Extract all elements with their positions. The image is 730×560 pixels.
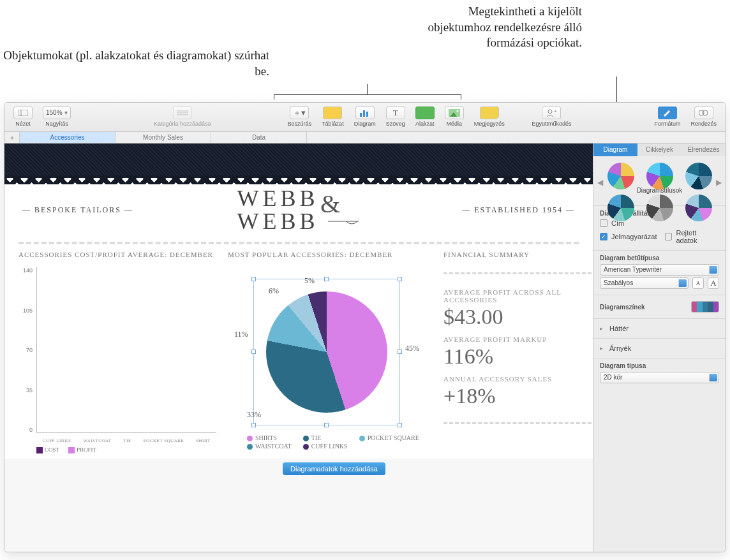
chart-button[interactable]: Diagram (350, 105, 380, 128)
svg-rect-6 (363, 110, 365, 117)
format-button[interactable]: Formátum (650, 105, 684, 128)
add-sheet-button[interactable]: ＋ (4, 132, 20, 143)
svg-rect-7 (366, 112, 368, 117)
font-family-select[interactable]: American Typewriter (600, 264, 719, 276)
chart-colors-button[interactable] (691, 301, 719, 313)
metric-2-value: 116% (443, 344, 593, 369)
chart-colors-label: Diagramszínek (600, 304, 687, 311)
app-window: Nézet 150%▾ Nagyítás Kategória hozzáadás… (4, 102, 726, 552)
add-category-button[interactable]: Kategória hozzáadása (150, 105, 215, 128)
text-icon: T (386, 107, 405, 119)
bar-chart-title: ACCESSORIES COST/PROFIT AVERAGE: DECEMBE… (19, 251, 216, 258)
chart-style-6[interactable] (685, 195, 712, 221)
callout-insert: Objektumokat (pl. alakzatokat és diagram… (1, 48, 269, 79)
pie-chart[interactable]: 45% 33% 11% 6% 5% SHIRTS TIE POCKET SQUA… (228, 261, 432, 452)
checkbox-legend[interactable]: ✓ (600, 233, 607, 240)
label-legend: Jelmagyarázat (611, 233, 657, 240)
metric-2-label: AVERAGE PROFIT MARKUP (443, 335, 593, 343)
callout-format: Megtekintheti a kijelölt objektumhoz ren… (403, 4, 582, 51)
comment-button[interactable]: Megjegyzés (470, 105, 509, 128)
svg-text:&: & (320, 191, 344, 218)
insert-button[interactable]: ＋▾ Beszúrás (284, 105, 316, 128)
svg-text:+: + (554, 109, 557, 114)
shape-icon (415, 107, 435, 119)
chart-style-1[interactable] (607, 163, 634, 189)
table-icon (323, 107, 342, 119)
checkbox-hidden-data[interactable] (665, 233, 673, 240)
tagline-left: — BESPOKE TAILORS — (22, 205, 133, 215)
metric-3-label: ANNUAL ACCESSORY SALES (443, 375, 593, 383)
font-size-decrease[interactable]: A (692, 277, 704, 289)
tab-monthly-sales[interactable]: Monthly Sales (115, 132, 211, 143)
chart-type-label: Diagram típusa (600, 362, 719, 369)
shape-button[interactable]: Alakzat (412, 105, 438, 128)
plus-icon: ＋▾ (290, 107, 309, 119)
svg-rect-0 (18, 110, 28, 116)
ampersand-needle-icon: & (320, 191, 359, 229)
sort-icon (694, 107, 713, 119)
label-hidden-data: Rejtett adatok (676, 229, 719, 244)
view-icon (13, 107, 33, 119)
zoom-value: 150% (46, 109, 63, 116)
chart-style-4[interactable] (607, 195, 634, 221)
inspector-tab-wedges[interactable]: Cikkelyek (637, 144, 682, 156)
metric-1-value: $43.00 (443, 305, 593, 329)
canvas[interactable]: — BESPOKE TAILORS — WEBB WEBB & (4, 144, 593, 552)
list-icon (173, 107, 192, 119)
divider (19, 242, 579, 244)
bar-chart-panel: ACCESSORIES COST/PROFIT AVERAGE: DECEMBE… (19, 251, 216, 452)
collaborate-button[interactable]: + Együttműködés (528, 105, 575, 128)
add-chart-data-button[interactable]: Diagramadatok hozzáadása (283, 462, 385, 475)
inspector-tab-layout[interactable]: Elrendezés (682, 144, 726, 156)
chart-type-select[interactable]: 2D kör (600, 372, 719, 383)
header-banner (4, 144, 593, 178)
summary-title: FINANCIAL SUMMARY (443, 251, 593, 258)
sort-button[interactable]: Rendezés (687, 105, 720, 128)
font-size-increase[interactable]: A (708, 277, 719, 289)
brush-icon (658, 107, 677, 119)
pie-chart-panel: MOST POPULAR ACCESSORIES: DECEMBER 45% 3… (228, 251, 432, 452)
chart-style-2[interactable] (646, 163, 673, 189)
inspector-tab-diagram[interactable]: Diagram (593, 144, 637, 156)
tab-accessories[interactable]: Accessories (20, 132, 115, 143)
help-callouts: Objektumokat (pl. alakzatokat és diagram… (0, 0, 730, 102)
chart-style-5[interactable] (646, 195, 673, 221)
tab-data[interactable]: Data (211, 132, 307, 143)
sheet-tabs: ＋ Accessories Monthly Sales Data (4, 132, 726, 144)
pie-chart-title: MOST POPULAR ACCESSORIES: DECEMBER (228, 251, 432, 258)
svg-rect-5 (360, 113, 362, 117)
pie-graphic (266, 291, 387, 413)
shadow-disclosure[interactable]: ▸Árnyék (600, 344, 719, 352)
bar-chart[interactable]: 14010570350 CUFF LINKSWAISTCOATTIEPOCKET… (19, 261, 216, 452)
chart-icon (355, 107, 375, 119)
media-button[interactable]: Média (441, 105, 468, 128)
person-add-icon: + (542, 107, 561, 119)
inspector-tabs: Diagram Cikkelyek Elrendezés (593, 144, 726, 156)
toolbar: Nézet 150%▾ Nagyítás Kategória hozzáadás… (4, 103, 726, 132)
svg-point-10 (456, 110, 458, 112)
svg-point-14 (703, 110, 708, 115)
chart-font-label: Diagram betűtípusa (600, 254, 719, 262)
metric-1-label: AVERAGE PROFIT ACROSS ALL ACCESSORIES (443, 288, 593, 304)
table-button[interactable]: Táblázat (318, 105, 348, 128)
zoom-dropdown[interactable]: 150%▾ Nagyítás (39, 105, 75, 128)
svg-point-11 (548, 110, 552, 114)
financial-summary: FINANCIAL SUMMARY AVERAGE PROFIT ACROSS … (443, 251, 593, 452)
font-weight-select[interactable]: Szabályos (600, 277, 689, 289)
bar-legend: COST PROFIT (36, 446, 96, 453)
metric-3-value: +18% (443, 384, 593, 408)
format-inspector: Diagram Cikkelyek Elrendezés ◀▶ Diagrams… (593, 144, 726, 552)
chart-styles-grid (593, 156, 726, 224)
background-disclosure[interactable]: ▸Háttér (600, 325, 719, 332)
tagline-right: — ESTABLISHED 1954 — (462, 205, 575, 215)
media-icon (445, 107, 464, 119)
comment-icon (480, 107, 499, 119)
view-button[interactable]: Nézet (10, 105, 36, 128)
company-logo: WEBB WEBB & (237, 187, 359, 233)
chart-style-3[interactable] (685, 163, 712, 189)
pie-legend: SHIRTS TIE POCKET SQUARE WAISTCOAT CUFF … (247, 434, 419, 450)
text-button[interactable]: T Szöveg (382, 105, 409, 128)
